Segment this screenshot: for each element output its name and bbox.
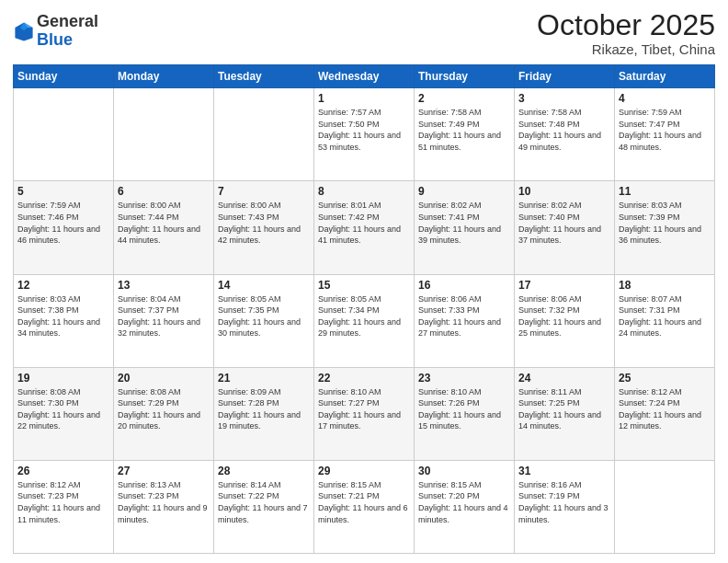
- day-number: 5: [17, 185, 109, 198]
- day-info: Sunrise: 8:00 AMSunset: 7:44 PMDaylight:…: [118, 200, 210, 246]
- day-info: Sunrise: 8:11 AMSunset: 7:25 PMDaylight:…: [518, 386, 610, 432]
- logo-text: General Blue: [37, 13, 98, 50]
- table-row: [214, 88, 314, 181]
- logo-blue-text: Blue: [37, 31, 98, 50]
- table-row: 28Sunrise: 8:14 AMSunset: 7:22 PMDayligh…: [214, 460, 314, 553]
- day-number: 21: [218, 372, 310, 385]
- day-number: 19: [17, 372, 109, 385]
- day-number: 13: [118, 279, 210, 292]
- day-number: 25: [619, 372, 711, 385]
- table-row: 16Sunrise: 8:06 AMSunset: 7:33 PMDayligh…: [415, 274, 515, 367]
- day-info: Sunrise: 8:00 AMSunset: 7:43 PMDaylight:…: [218, 200, 310, 246]
- table-row: [14, 88, 114, 181]
- day-number: 30: [418, 465, 510, 477]
- table-row: [114, 88, 214, 181]
- day-info: Sunrise: 8:03 AMSunset: 7:38 PMDaylight:…: [17, 293, 109, 339]
- day-info: Sunrise: 8:02 AMSunset: 7:40 PMDaylight:…: [518, 200, 610, 246]
- calendar-week-4: 19Sunrise: 8:08 AMSunset: 7:30 PMDayligh…: [14, 367, 715, 460]
- day-info: Sunrise: 8:04 AMSunset: 7:37 PMDaylight:…: [118, 293, 210, 339]
- col-friday: Friday: [515, 65, 615, 88]
- day-number: 31: [518, 465, 610, 477]
- table-row: 23Sunrise: 8:10 AMSunset: 7:26 PMDayligh…: [415, 367, 515, 460]
- day-info: Sunrise: 8:14 AMSunset: 7:22 PMDaylight:…: [218, 479, 310, 525]
- table-row: 24Sunrise: 8:11 AMSunset: 7:25 PMDayligh…: [515, 367, 615, 460]
- table-row: 11Sunrise: 8:03 AMSunset: 7:39 PMDayligh…: [615, 181, 715, 274]
- table-row: 19Sunrise: 8:08 AMSunset: 7:30 PMDayligh…: [14, 367, 114, 460]
- table-row: 7Sunrise: 8:00 AMSunset: 7:43 PMDaylight…: [214, 181, 314, 274]
- day-info: Sunrise: 7:59 AMSunset: 7:46 PMDaylight:…: [17, 200, 109, 246]
- day-number: 23: [418, 372, 510, 385]
- table-row: 6Sunrise: 8:00 AMSunset: 7:44 PMDaylight…: [114, 181, 214, 274]
- day-number: 15: [318, 279, 410, 292]
- day-info: Sunrise: 8:07 AMSunset: 7:31 PMDaylight:…: [619, 293, 711, 339]
- table-row: 22Sunrise: 8:10 AMSunset: 7:27 PMDayligh…: [314, 367, 415, 460]
- calendar-header-row: Sunday Monday Tuesday Wednesday Thursday…: [14, 65, 715, 88]
- table-row: 3Sunrise: 7:58 AMSunset: 7:48 PMDaylight…: [515, 88, 615, 181]
- day-number: 6: [118, 185, 210, 198]
- table-row: 17Sunrise: 8:06 AMSunset: 7:32 PMDayligh…: [515, 274, 615, 367]
- table-row: 15Sunrise: 8:05 AMSunset: 7:34 PMDayligh…: [314, 274, 415, 367]
- day-number: 12: [17, 279, 109, 292]
- day-number: 11: [619, 185, 711, 198]
- table-row: 30Sunrise: 8:15 AMSunset: 7:20 PMDayligh…: [415, 460, 515, 553]
- day-number: 1: [318, 92, 410, 105]
- day-number: 27: [118, 465, 210, 477]
- calendar-title: October 2025: [537, 9, 715, 41]
- day-number: 4: [619, 92, 711, 105]
- table-row: 13Sunrise: 8:04 AMSunset: 7:37 PMDayligh…: [114, 274, 214, 367]
- day-info: Sunrise: 8:03 AMSunset: 7:39 PMDaylight:…: [619, 200, 711, 246]
- table-row: 1Sunrise: 7:57 AMSunset: 7:50 PMDaylight…: [314, 88, 415, 181]
- table-row: 14Sunrise: 8:05 AMSunset: 7:35 PMDayligh…: [214, 274, 314, 367]
- day-info: Sunrise: 8:06 AMSunset: 7:32 PMDaylight:…: [518, 293, 610, 339]
- day-number: 2: [418, 92, 510, 105]
- day-info: Sunrise: 7:58 AMSunset: 7:48 PMDaylight:…: [518, 107, 610, 153]
- day-info: Sunrise: 8:16 AMSunset: 7:19 PMDaylight:…: [518, 479, 610, 525]
- day-number: 14: [218, 279, 310, 292]
- day-info: Sunrise: 8:02 AMSunset: 7:41 PMDaylight:…: [418, 200, 510, 246]
- calendar-week-2: 5Sunrise: 7:59 AMSunset: 7:46 PMDaylight…: [14, 181, 715, 274]
- day-info: Sunrise: 8:12 AMSunset: 7:24 PMDaylight:…: [619, 386, 711, 432]
- calendar-week-5: 26Sunrise: 8:12 AMSunset: 7:23 PMDayligh…: [14, 460, 715, 553]
- day-info: Sunrise: 8:12 AMSunset: 7:23 PMDaylight:…: [17, 479, 109, 525]
- day-number: 17: [518, 279, 610, 292]
- header: General Blue October 2025 Rikaze, Tibet,…: [13, 9, 715, 57]
- day-info: Sunrise: 7:58 AMSunset: 7:49 PMDaylight:…: [418, 107, 510, 153]
- logo: General Blue: [13, 13, 98, 50]
- day-info: Sunrise: 8:10 AMSunset: 7:27 PMDaylight:…: [318, 386, 410, 432]
- day-number: 16: [418, 279, 510, 292]
- day-info: Sunrise: 8:08 AMSunset: 7:30 PMDaylight:…: [17, 386, 109, 432]
- logo-icon: [13, 20, 35, 42]
- calendar-week-1: 1Sunrise: 7:57 AMSunset: 7:50 PMDaylight…: [14, 88, 715, 181]
- col-thursday: Thursday: [415, 65, 515, 88]
- table-row: 20Sunrise: 8:08 AMSunset: 7:29 PMDayligh…: [114, 367, 214, 460]
- day-info: Sunrise: 8:13 AMSunset: 7:23 PMDaylight:…: [118, 479, 210, 525]
- day-info: Sunrise: 7:59 AMSunset: 7:47 PMDaylight:…: [619, 107, 711, 153]
- day-number: 10: [518, 185, 610, 198]
- table-row: 8Sunrise: 8:01 AMSunset: 7:42 PMDaylight…: [314, 181, 415, 274]
- calendar-table: Sunday Monday Tuesday Wednesday Thursday…: [13, 64, 715, 554]
- table-row: [615, 460, 715, 553]
- table-row: 5Sunrise: 7:59 AMSunset: 7:46 PMDaylight…: [14, 181, 114, 274]
- day-info: Sunrise: 8:09 AMSunset: 7:28 PMDaylight:…: [218, 386, 310, 432]
- day-info: Sunrise: 8:10 AMSunset: 7:26 PMDaylight:…: [418, 386, 510, 432]
- day-number: 3: [518, 92, 610, 105]
- day-info: Sunrise: 8:08 AMSunset: 7:29 PMDaylight:…: [118, 386, 210, 432]
- day-info: Sunrise: 8:15 AMSunset: 7:20 PMDaylight:…: [418, 479, 510, 525]
- table-row: 4Sunrise: 7:59 AMSunset: 7:47 PMDaylight…: [615, 88, 715, 181]
- day-number: 18: [619, 279, 711, 292]
- col-tuesday: Tuesday: [214, 65, 314, 88]
- day-info: Sunrise: 8:05 AMSunset: 7:35 PMDaylight:…: [218, 293, 310, 339]
- table-row: 31Sunrise: 8:16 AMSunset: 7:19 PMDayligh…: [515, 460, 615, 553]
- table-row: 25Sunrise: 8:12 AMSunset: 7:24 PMDayligh…: [615, 367, 715, 460]
- day-number: 8: [318, 185, 410, 198]
- table-row: 21Sunrise: 8:09 AMSunset: 7:28 PMDayligh…: [214, 367, 314, 460]
- day-number: 20: [118, 372, 210, 385]
- day-number: 24: [518, 372, 610, 385]
- col-sunday: Sunday: [14, 65, 114, 88]
- day-number: 28: [218, 465, 310, 477]
- title-block: October 2025 Rikaze, Tibet, China: [537, 9, 715, 57]
- table-row: 9Sunrise: 8:02 AMSunset: 7:41 PMDaylight…: [415, 181, 515, 274]
- day-info: Sunrise: 8:06 AMSunset: 7:33 PMDaylight:…: [418, 293, 510, 339]
- col-monday: Monday: [114, 65, 214, 88]
- day-number: 22: [318, 372, 410, 385]
